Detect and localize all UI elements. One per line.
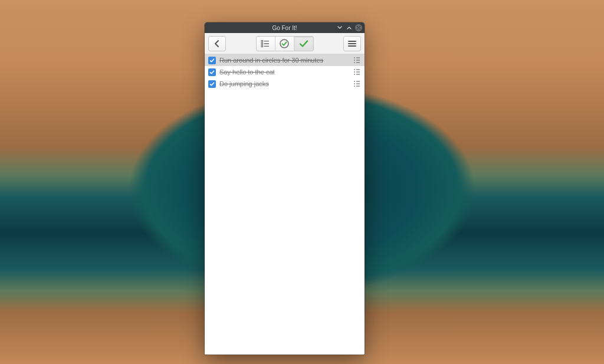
drag-handle-icon[interactable] [354, 57, 361, 63]
task-label: Do jumping jacks [219, 80, 350, 87]
drag-handle-icon[interactable] [354, 69, 361, 75]
task-label: Run around in circles for 30 minutes [219, 57, 350, 64]
task-row[interactable]: Say hello to the cat [205, 66, 365, 78]
timer-check-icon [279, 38, 290, 49]
task-checkbox[interactable] [208, 57, 216, 64]
task-row[interactable]: Run around in circles for 30 minutes [205, 54, 365, 66]
tab-done[interactable] [294, 37, 313, 51]
maximize-button[interactable] [346, 24, 353, 31]
window-controls [336, 22, 362, 33]
menu-button[interactable] [343, 36, 361, 51]
desktop-wallpaper: Go For It! [0, 0, 604, 364]
task-checkbox[interactable] [208, 80, 216, 88]
task-checkbox[interactable] [208, 68, 216, 76]
done-task-list[interactable]: Run around in circles for 30 minutes Say… [205, 54, 365, 355]
chevron-left-icon [213, 40, 221, 48]
checkmark-icon [209, 81, 215, 87]
minimize-button[interactable] [336, 24, 343, 31]
svg-rect-0 [261, 40, 263, 42]
drag-handle-icon[interactable] [354, 81, 361, 87]
tab-timer[interactable] [275, 37, 294, 51]
back-button[interactable] [208, 36, 226, 51]
hamburger-icon [348, 40, 356, 47]
app-window-go-for-it: Go For It! [205, 22, 365, 355]
window-title: Go For It! [272, 25, 297, 31]
list-icon [261, 40, 270, 48]
check-icon [298, 38, 309, 49]
task-label: Say hello to the cat [219, 68, 350, 76]
titlebar[interactable]: Go For It! [205, 22, 365, 33]
svg-rect-4 [261, 45, 263, 47]
svg-rect-2 [261, 42, 263, 44]
task-row[interactable]: Do jumping jacks [205, 78, 365, 90]
close-button[interactable] [355, 24, 362, 31]
checkmark-icon [209, 70, 215, 75]
tab-todo[interactable] [257, 37, 275, 51]
view-switcher [256, 36, 314, 51]
toolbar [205, 33, 365, 54]
checkmark-icon [209, 58, 215, 63]
